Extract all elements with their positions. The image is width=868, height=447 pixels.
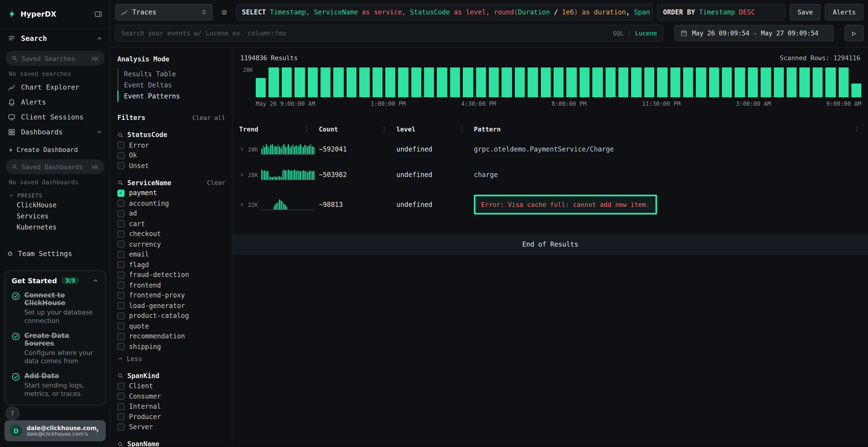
save-button[interactable]: Save [790, 4, 821, 21]
checkbox-checked[interactable]: ✓ [117, 189, 125, 197]
date-range-input[interactable]: May 26 09:09:54 - May 27 09:09:54 [674, 25, 834, 41]
column-menu-icon[interactable]: ⋮ [854, 126, 860, 133]
source-select[interactable]: Traces [115, 4, 213, 21]
clear-all-link[interactable]: Clear all [192, 114, 225, 122]
get-started-item-create-data-sources[interactable]: Create Data SourcesConfigure where your … [11, 332, 98, 365]
facet-option-checkout[interactable]: checkout [117, 230, 225, 238]
checkbox[interactable] [117, 392, 125, 400]
shortcut-badge: ⌘K [92, 163, 99, 170]
checkbox[interactable] [117, 312, 125, 319]
source-settings-button[interactable]: ⚙ [217, 4, 231, 21]
create-dashboard-button[interactable]: + Create Dashboard [0, 139, 110, 156]
brand[interactable]: HyperDX [8, 10, 56, 18]
facet-option-quote[interactable]: quote [117, 322, 225, 330]
facet-option-currency[interactable]: currency [117, 240, 225, 248]
facet-option-load-generator[interactable]: load-generator [117, 302, 225, 309]
user-menu[interactable]: D dale@clickhouse.com dale@clickhouse.co… [4, 420, 105, 441]
checkbox[interactable] [117, 333, 125, 340]
facet-clear-link[interactable]: Clear [207, 179, 225, 186]
facet-option-payment[interactable]: ✓payment [117, 189, 225, 197]
sidebar-item-client-sessions[interactable]: Client Sessions [0, 110, 110, 125]
checkbox[interactable] [117, 162, 125, 169]
sidebar-item-services[interactable]: Services [0, 211, 110, 222]
lucene-mode-toggle[interactable]: Lucene [635, 30, 657, 37]
facet-option-fraud-detection[interactable]: fraud-detection [117, 271, 225, 279]
checkbox[interactable] [117, 152, 125, 159]
checkbox[interactable] [117, 142, 125, 149]
checkbox[interactable] [117, 241, 125, 248]
facet-option-recommendation[interactable]: recommendation [117, 332, 225, 340]
checkbox[interactable] [117, 230, 125, 238]
sidebar-item-clickhouse[interactable]: ClickHouse [0, 200, 110, 211]
sql-mode-toggle[interactable]: SQL [613, 30, 624, 37]
facet-option-producer[interactable]: Producer [117, 413, 225, 420]
checkbox[interactable] [117, 302, 125, 309]
facet-option-server[interactable]: Server [117, 423, 225, 431]
expand-row-icon[interactable] [239, 172, 245, 177]
pattern-row[interactable]: 22K~98813undefinedError: Visa cache full… [239, 187, 862, 221]
chevron-up-icon[interactable] [92, 278, 98, 284]
checkbox[interactable] [117, 382, 125, 390]
expand-row-icon[interactable] [239, 202, 245, 207]
highlighted-error-pattern[interactable]: Error: Visa cache full: cannot add new i… [474, 195, 657, 215]
facet-option-internal[interactable]: Internal [117, 403, 225, 410]
facet-option-frontend-proxy[interactable]: frontend-proxy [117, 291, 225, 299]
sidebar-item-dashboards[interactable]: Dashboards [0, 125, 110, 139]
checkbox[interactable] [117, 261, 125, 268]
get-started-item-connect-to-clickhouse[interactable]: Connect to ClickHouseSet up your databas… [11, 291, 98, 325]
sidebar-item-search[interactable]: Search [0, 29, 110, 47]
pattern-row[interactable]: 28K~503982undefinedcharge [239, 162, 862, 187]
checkbox[interactable] [117, 413, 125, 420]
sidebar-item-alerts[interactable]: Alerts [0, 95, 110, 110]
facet-option-ad[interactable]: ad [117, 209, 225, 217]
checkbox[interactable] [117, 251, 125, 258]
help-button[interactable]: ? [5, 406, 19, 420]
event-search-input[interactable]: Search your events w/ Lucene ex. column:… [115, 25, 663, 41]
sidebar-item-kubernetes[interactable]: Kubernetes [0, 222, 110, 233]
pattern-row[interactable]: 28K~592041undefinedgrpc.oteldemo.Payment… [239, 137, 862, 162]
facet-option-cart[interactable]: cart [117, 220, 225, 228]
facet-option-frontend[interactable]: frontend [117, 281, 225, 289]
analysis-mode-event-deltas[interactable]: Event Deltas [117, 80, 225, 91]
facet-option-accounting[interactable]: accounting [117, 199, 225, 207]
checkbox[interactable] [117, 210, 125, 217]
facet-option-ok[interactable]: Ok [117, 151, 225, 159]
sidebar-item-chart-explorer[interactable]: Chart Explorer [0, 80, 110, 95]
saved-dashboards-input[interactable]: Saved Dashboards ⌘K [5, 159, 105, 174]
sidebar-collapse-icon[interactable] [94, 10, 102, 18]
facet-option-unset[interactable]: Unset [117, 162, 225, 170]
checkbox[interactable] [117, 281, 125, 289]
facet-option-email[interactable]: email [117, 250, 225, 258]
expand-row-icon[interactable] [239, 146, 245, 152]
column-menu-icon[interactable]: ⋮ [303, 126, 310, 133]
get-started-item-add-data[interactable]: Add DataStart sending logs, metrics, or … [11, 372, 98, 398]
checkbox[interactable] [117, 423, 125, 431]
column-menu-icon[interactable]: ⋮ [381, 126, 388, 133]
facet-group-statuscode: StatusCodeErrorOkUnset [117, 131, 225, 170]
analysis-mode-event-patterns[interactable]: Event Patterns [117, 91, 225, 102]
run-query-button[interactable]: ▷ [845, 25, 864, 41]
analysis-mode-results-table[interactable]: Results Table [117, 69, 225, 80]
checkbox[interactable] [117, 403, 125, 410]
order-by-input[interactable]: ORDER BY Timestamp DESC [657, 4, 785, 21]
alerts-button[interactable]: Alerts [825, 4, 864, 21]
facet-option-product-catalog[interactable]: product-catalog [117, 312, 225, 319]
show-less-link[interactable]: Less [117, 355, 225, 363]
events-histogram[interactable]: 28K [239, 67, 862, 97]
checkbox[interactable] [117, 200, 125, 207]
saved-searches-input[interactable]: Saved Searches ⌘K [5, 51, 105, 66]
checkbox[interactable] [117, 291, 125, 299]
checkbox[interactable] [117, 220, 125, 227]
checkbox[interactable] [117, 271, 125, 278]
sidebar-item-team-settings[interactable]: ⚙ Team Settings [0, 245, 110, 262]
column-menu-icon[interactable]: ⋮ [458, 126, 465, 133]
checkbox[interactable] [117, 343, 125, 350]
facet-option-shipping[interactable]: shipping [117, 342, 225, 350]
checkbox[interactable] [117, 322, 125, 330]
facet-option-flagd[interactable]: flagd [117, 261, 225, 269]
facet-option-error[interactable]: Error [117, 141, 225, 149]
sql-select-input[interactable]: SELECT Timestamp, ServiceName as service… [236, 4, 652, 21]
facet-option-consumer[interactable]: Consumer [117, 392, 225, 400]
presets-toggle[interactable]: PRESETS [0, 188, 110, 200]
facet-option-client[interactable]: Client [117, 382, 225, 390]
